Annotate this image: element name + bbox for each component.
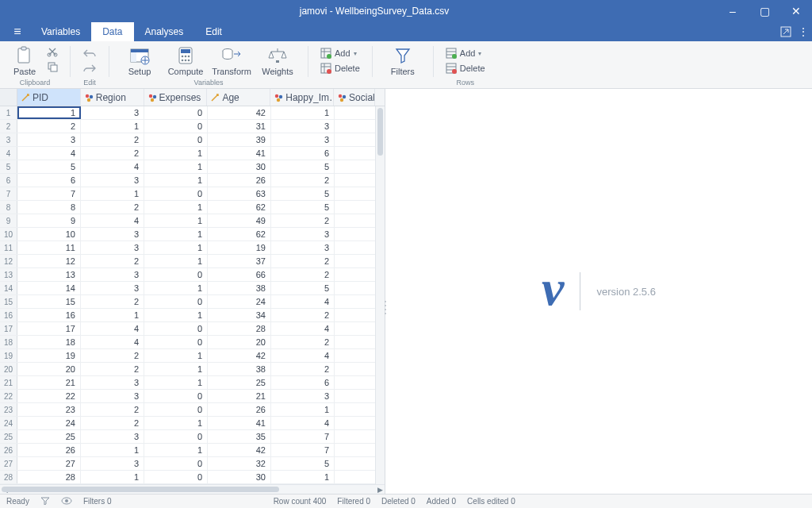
cell[interactable] — [335, 201, 376, 214]
cell[interactable]: 2 — [81, 147, 144, 160]
cell[interactable]: 0 — [144, 471, 208, 483]
cell[interactable]: 2 — [81, 133, 144, 146]
cell[interactable]: 4 — [271, 295, 335, 308]
cell[interactable] — [335, 133, 376, 146]
kebab-menu-button[interactable]: ⋮ — [795, 22, 812, 41]
visibility-icon[interactable] — [61, 497, 72, 506]
cell[interactable] — [335, 255, 376, 267]
scrollbar-thumb[interactable] — [2, 487, 279, 492]
cell[interactable]: 42 — [208, 349, 271, 362]
cell[interactable]: 20 — [17, 363, 81, 375]
var-delete-button[interactable]: Delete — [316, 61, 364, 75]
cell[interactable]: 19 — [17, 349, 81, 362]
cell[interactable]: 0 — [144, 268, 208, 281]
cell[interactable]: 1 — [271, 471, 335, 483]
cell[interactable]: 4 — [81, 322, 144, 335]
cell[interactable] — [335, 322, 376, 335]
row-number[interactable]: 17 — [0, 322, 17, 335]
cell[interactable]: 12 — [17, 255, 81, 267]
cell[interactable] — [335, 187, 376, 200]
cell[interactable]: 11 — [17, 241, 81, 254]
menu-edit[interactable]: Edit — [194, 22, 233, 41]
cell[interactable]: 26 — [208, 174, 271, 187]
row-number[interactable]: 5 — [0, 160, 17, 173]
cell[interactable]: 1 — [81, 187, 144, 200]
cell[interactable]: 3 — [81, 457, 144, 470]
minimize-button[interactable]: – — [717, 0, 749, 22]
cell[interactable]: 24 — [17, 417, 81, 429]
cell[interactable] — [335, 295, 376, 308]
cell[interactable]: 0 — [144, 322, 208, 335]
cell[interactable]: 7 — [17, 187, 81, 200]
menu-variables[interactable]: Variables — [30, 22, 91, 41]
cell[interactable]: 1 — [144, 349, 208, 362]
cell[interactable]: 1 — [271, 106, 335, 119]
cell[interactable]: 1 — [144, 282, 208, 294]
cell[interactable]: 5 — [271, 457, 335, 470]
cell[interactable]: 30 — [208, 160, 271, 173]
rows-add-button[interactable]: Add ▾ — [442, 46, 489, 60]
cell[interactable]: 22 — [17, 390, 81, 402]
compute-button[interactable]: Compute — [163, 43, 208, 79]
cell[interactable]: 1 — [144, 309, 208, 321]
row-number[interactable]: 8 — [0, 201, 17, 214]
cell[interactable]: 3 — [81, 430, 144, 443]
cell[interactable]: 10 — [17, 228, 81, 241]
cell[interactable]: 32 — [208, 457, 271, 470]
cell[interactable] — [335, 106, 376, 119]
row-number[interactable]: 27 — [0, 457, 17, 470]
row-number[interactable]: 22 — [0, 390, 17, 402]
cell[interactable]: 2 — [271, 268, 335, 281]
cut-button[interactable] — [43, 44, 62, 59]
cell[interactable]: 1 — [144, 214, 208, 227]
cell[interactable]: 21 — [17, 376, 81, 389]
cell[interactable]: 41 — [208, 417, 271, 429]
cell[interactable]: 0 — [144, 187, 208, 200]
undo-button[interactable] — [79, 46, 101, 60]
cell[interactable] — [335, 228, 376, 241]
data-grid[interactable]: 1130421221031333203934421416554130566312… — [0, 106, 385, 484]
cell[interactable]: 1 — [144, 363, 208, 375]
var-add-button[interactable]: Add ▾ — [316, 46, 364, 60]
cell[interactable]: 4 — [81, 336, 144, 348]
cell[interactable] — [335, 430, 376, 443]
row-number[interactable]: 23 — [0, 403, 17, 416]
row-number[interactable]: 7 — [0, 187, 17, 200]
column-header[interactable]: Expenses — [144, 89, 208, 106]
cell[interactable]: 5 — [271, 160, 335, 173]
cell[interactable]: 3 — [81, 390, 144, 402]
cell[interactable]: 2 — [81, 349, 144, 362]
row-number[interactable]: 26 — [0, 444, 17, 456]
row-number[interactable]: 9 — [0, 214, 17, 227]
cell[interactable]: 17 — [17, 322, 81, 335]
cell[interactable] — [335, 471, 376, 483]
cell[interactable]: 8 — [17, 201, 81, 214]
row-number[interactable]: 18 — [0, 336, 17, 348]
cell[interactable]: 0 — [144, 295, 208, 308]
cell[interactable]: 18 — [17, 336, 81, 348]
expand-results-button[interactable] — [777, 22, 795, 41]
cell[interactable] — [335, 214, 376, 227]
cell[interactable]: 13 — [17, 268, 81, 281]
cell[interactable] — [335, 147, 376, 160]
cell[interactable]: 34 — [208, 309, 271, 321]
cell[interactable]: 1 — [144, 160, 208, 173]
cell[interactable]: 3 — [17, 133, 81, 146]
cell[interactable]: 1 — [144, 417, 208, 429]
cell[interactable]: 27 — [17, 457, 81, 470]
filters-button[interactable]: Filters — [381, 43, 425, 79]
close-button[interactable]: ✕ — [780, 0, 812, 22]
cell[interactable]: 0 — [144, 390, 208, 402]
row-number[interactable]: 4 — [0, 147, 17, 160]
cell[interactable]: 6 — [271, 147, 335, 160]
cell[interactable]: 1 — [144, 174, 208, 187]
cell[interactable]: 3 — [81, 282, 144, 294]
cell[interactable]: 31 — [208, 120, 271, 133]
row-number[interactable]: 21 — [0, 376, 17, 389]
cell[interactable]: 1 — [144, 147, 208, 160]
app-menu-button[interactable]: ≡ — [5, 22, 30, 41]
row-number[interactable]: 25 — [0, 430, 17, 443]
cell[interactable]: 2 — [81, 201, 144, 214]
cell[interactable]: 3 — [81, 376, 144, 389]
cell[interactable]: 1 — [81, 471, 144, 483]
